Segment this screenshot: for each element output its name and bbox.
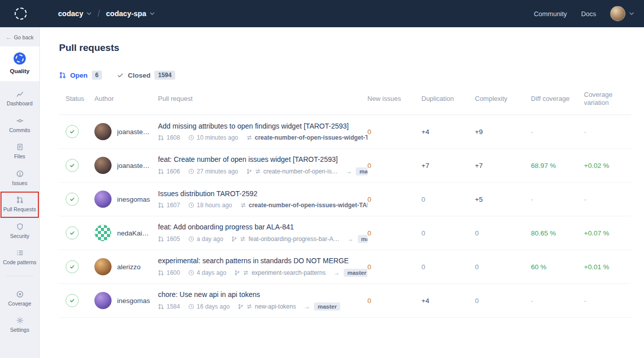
- repo-name: codacy-spa: [106, 10, 146, 18]
- branch-name[interactable]: create-number-of-open-issues-widget-TARO…: [255, 134, 367, 141]
- clock-icon: [188, 304, 194, 310]
- topbar: codacy / codacy-spa Community Docs: [0, 0, 644, 27]
- table-row[interactable]: alerizzo experimental: search patterns i…: [59, 250, 631, 284]
- status-success-icon: [66, 226, 79, 240]
- org-switcher[interactable]: codacy: [58, 10, 91, 18]
- pr-number: 1606: [167, 168, 180, 175]
- pull-request-cell: feat: Create number of open issues widge…: [158, 155, 367, 175]
- diff-coverage-value: -: [531, 297, 584, 305]
- status-cell: [59, 294, 94, 307]
- git-compare-icon: [246, 304, 252, 310]
- org-name: codacy: [58, 10, 83, 18]
- complexity-value: +5: [475, 196, 531, 203]
- quality-label: Quality: [10, 68, 30, 74]
- table-header: Status Author Pull request New issues Du…: [59, 86, 631, 115]
- header-complexity: Complexity: [475, 95, 531, 103]
- branch-name[interactable]: create-number-of-open-issues-widget-TARO…: [249, 202, 367, 209]
- coverage-variation-value: -: [584, 297, 631, 305]
- branch-name[interactable]: feat-onboarding-progress-bar-A…: [248, 235, 339, 243]
- author-cell: alerizzo: [94, 258, 158, 275]
- go-back-button[interactable]: ← Go back: [0, 27, 39, 46]
- pr-state-tabs: Open 6 Closed 1594: [59, 71, 631, 80]
- git-branch-icon: [231, 236, 237, 242]
- code-patterns-icon: [16, 249, 24, 257]
- back-arrow-icon: ←: [6, 34, 11, 40]
- sidebar-item-files[interactable]: Files: [1, 139, 38, 164]
- sidebar-item-settings[interactable]: Settings: [1, 313, 38, 338]
- coverage-variation-value: -: [584, 196, 631, 203]
- duplication-value: 0: [421, 229, 475, 237]
- table-row[interactable]: inesgomas Issues distribution TAROT-2592…: [59, 183, 631, 216]
- status-success-icon: [66, 193, 79, 206]
- security-shield-icon: [16, 223, 24, 230]
- pull-request-title[interactable]: Issues distribution TAROT-2592: [158, 190, 355, 198]
- pr-number: 1600: [167, 269, 180, 276]
- repo-switcher[interactable]: codacy-spa: [106, 10, 154, 18]
- pull-request-title[interactable]: chore: Use new api in api tokens: [158, 290, 355, 299]
- git-compare-icon: [240, 236, 246, 242]
- pull-request-cell: Issues distribution TAROT-2592 1607 18 h…: [158, 190, 367, 209]
- git-compare-icon: [255, 168, 261, 174]
- coverage-icon: [16, 290, 24, 298]
- pull-request-cell: chore: Use new api in api tokens 1584 16…: [158, 290, 367, 311]
- author-avatar: [94, 123, 112, 140]
- page-title: Pull requests: [59, 42, 631, 53]
- status-cell: [59, 193, 94, 206]
- community-link[interactable]: Community: [534, 10, 567, 18]
- user-menu[interactable]: [610, 6, 634, 21]
- sidebar-item-commits[interactable]: Commits: [1, 113, 38, 138]
- diff-coverage-value: 68.97 %: [531, 162, 584, 169]
- status-success-icon: [66, 159, 79, 172]
- sidebar-item-coverage[interactable]: Coverage: [1, 286, 38, 312]
- branch-name[interactable]: create-number-of-open-is…: [263, 168, 338, 175]
- codacy-logo-ring: [15, 8, 27, 20]
- tab-open-label: Open: [70, 72, 88, 79]
- pull-request-meta: 1605 a day ago feat-onboarding-progress-…: [158, 235, 355, 243]
- tab-closed[interactable]: Closed 1594: [117, 71, 175, 80]
- dashboard-icon: [16, 90, 24, 98]
- pull-request-title[interactable]: experimental: search patterns in standar…: [158, 257, 355, 265]
- branch-name[interactable]: experiment-search-patterns: [251, 269, 326, 276]
- codacy-logo[interactable]: [14, 7, 28, 21]
- arrow-right-icon: →: [304, 303, 310, 310]
- chevron-down-icon: [87, 12, 91, 15]
- tab-open[interactable]: Open 6: [59, 71, 102, 80]
- table-row[interactable]: nedaKai… feat: Add onboarding progress b…: [59, 216, 631, 250]
- table-row[interactable]: joanaste… feat: Create number of open is…: [59, 149, 631, 183]
- sidebar-item-code-patterns[interactable]: Code patterns: [1, 245, 38, 270]
- sidebar-quality[interactable]: Quality: [0, 46, 39, 81]
- pull-request-title[interactable]: feat: Add onboarding progress bar ALA-84…: [158, 223, 355, 231]
- author-avatar: [94, 157, 112, 174]
- duplication-value: 0: [421, 263, 475, 271]
- complexity-value: +7: [475, 162, 531, 169]
- table-row[interactable]: inesgomas chore: Use new api in api toke…: [59, 284, 631, 318]
- status-cell: [59, 125, 94, 138]
- author-name: inesgomas: [117, 297, 150, 305]
- table-body: joanaste… Add missing attributes to open…: [59, 115, 631, 318]
- pull-request-meta: 1607 18 hours ago create-number-of-open-…: [158, 202, 355, 209]
- pull-requests-icon: [16, 196, 24, 204]
- pull-request-meta: 1584 16 days ago new-api-tokens → master: [158, 303, 355, 311]
- table-row[interactable]: joanaste… Add missing attributes to open…: [59, 115, 631, 149]
- diff-coverage-value: -: [531, 196, 584, 203]
- coverage-variation-value: +0.07 %: [584, 229, 631, 237]
- target-branch-badge: master: [356, 167, 367, 175]
- clock-icon: [188, 135, 194, 141]
- git-branch-icon: [234, 270, 240, 276]
- status-cell: [59, 159, 94, 172]
- pr-age: 18 hours ago: [197, 202, 232, 209]
- new-issues-value: 0: [367, 263, 421, 271]
- branch-name[interactable]: new-api-tokens: [255, 303, 296, 310]
- pull-request-title[interactable]: Add missing attributes to open findings …: [158, 122, 355, 130]
- pull-request-title[interactable]: feat: Create number of open issues widge…: [158, 155, 355, 163]
- author-name: inesgomas: [117, 196, 150, 203]
- git-compare-icon: [246, 135, 252, 141]
- arrow-right-icon: →: [334, 269, 340, 276]
- sidebar-item-security[interactable]: Security: [1, 219, 38, 244]
- author-cell: inesgomas: [94, 191, 158, 208]
- pull-request-icon: [158, 236, 164, 242]
- sidebar-item-pull-requests[interactable]: Pull Requests: [1, 192, 38, 217]
- docs-link[interactable]: Docs: [581, 10, 596, 18]
- sidebar-item-dashboard[interactable]: Dashboard: [1, 86, 38, 111]
- sidebar-item-issues[interactable]: Issues: [1, 166, 38, 191]
